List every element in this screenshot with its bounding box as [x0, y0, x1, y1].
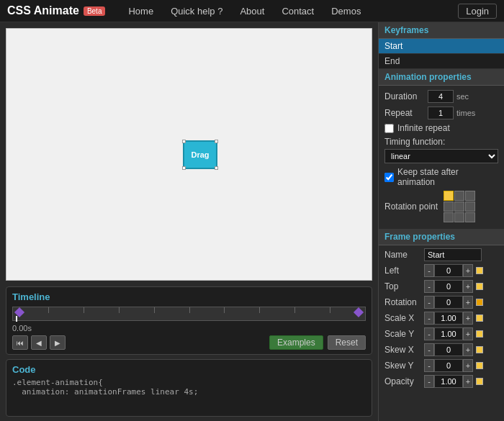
frame-prop-scaley: Scale Y - + — [384, 327, 498, 340]
keyframe-end[interactable]: End — [379, 54, 504, 69]
scaley-input[interactable] — [434, 327, 463, 340]
rotation-plus[interactable]: + — [463, 296, 473, 309]
handle-tr[interactable] — [215, 140, 218, 143]
timeline-title: Timeline — [12, 291, 366, 302]
rotation-cell-7[interactable] — [444, 212, 454, 222]
rotation-cell-4[interactable] — [444, 202, 454, 212]
logo: CSS Animate — [7, 4, 79, 17]
timeline-diamond-end[interactable] — [354, 307, 364, 317]
repeat-input[interactable] — [428, 107, 454, 119]
frame-prop-scalex: Scale X - + — [384, 312, 498, 325]
handle-br[interactable] — [215, 166, 218, 170]
drag-element[interactable]: Drag — [183, 140, 217, 169]
handle-bl[interactable] — [182, 166, 186, 170]
duration-row: Duration sec — [384, 90, 498, 103]
left-minus[interactable]: - — [424, 264, 434, 277]
keep-state-row: Keep state after animation — [384, 167, 498, 187]
left-plus[interactable]: + — [463, 264, 473, 277]
rotation-cell-8[interactable] — [454, 212, 464, 222]
keyframes-list: Start End — [379, 39, 504, 69]
nav-demos[interactable]: Demos — [323, 0, 369, 22]
scaley-minus[interactable]: - — [424, 327, 434, 340]
rotation-cell-9[interactable] — [465, 212, 475, 222]
nav-about[interactable]: About — [231, 0, 273, 22]
handle-tl[interactable] — [182, 140, 186, 143]
frame-props-header: Frame properties — [379, 229, 504, 245]
skewy-input[interactable] — [434, 359, 463, 372]
infinite-label: Infinite repeat — [397, 123, 450, 133]
skewx-input[interactable] — [434, 343, 463, 356]
keyframes-header: Keyframes — [379, 22, 504, 39]
examples-button[interactable]: Examples — [269, 335, 323, 350]
timing-select[interactable]: linear ease ease-in ease-out ease-in-out — [384, 149, 498, 163]
tick-3 — [119, 307, 120, 313]
skewx-plus[interactable]: + — [463, 343, 473, 356]
scalex-minus[interactable]: - — [424, 312, 434, 325]
frame-name-input[interactable] — [424, 248, 482, 261]
code-content: .element-animation{ animation: animation… — [12, 378, 366, 397]
frame-left-label: Left — [384, 266, 424, 276]
frame-props-section: Name Left - + Top - + Rotation — [379, 245, 504, 394]
duration-input[interactable] — [428, 90, 454, 103]
timeline-playhead[interactable] — [16, 316, 17, 322]
left-input[interactable] — [434, 264, 463, 277]
frame-prop-opacity: Opacity - + — [384, 375, 498, 388]
left-panel: Drag Timeline 0.00s — [0, 22, 378, 421]
rewind-button[interactable]: ⏮ — [12, 335, 28, 350]
play-button[interactable]: ▶ — [50, 335, 66, 350]
opacity-input[interactable] — [434, 375, 463, 388]
skewy-plus[interactable]: + — [463, 359, 473, 372]
frame-prop-left: Left - + — [384, 264, 498, 277]
rotation-cell-1[interactable] — [444, 191, 454, 201]
opacity-minus[interactable]: - — [424, 375, 434, 388]
rotation-color — [476, 299, 483, 306]
scaley-plus[interactable]: + — [463, 327, 473, 340]
repeat-row: Repeat times — [384, 107, 498, 119]
keep-state-checkbox[interactable] — [384, 173, 394, 182]
top-color — [476, 283, 483, 290]
infinite-checkbox[interactable] — [384, 124, 394, 133]
frame-prop-skewy: Skew Y - + — [384, 359, 498, 372]
skewy-minus[interactable]: - — [424, 359, 434, 372]
beta-badge: Beta — [84, 6, 106, 16]
tick-5 — [189, 307, 190, 313]
timeline-bar[interactable] — [12, 307, 366, 321]
frame-scaley-label: Scale Y — [384, 329, 424, 339]
playback-buttons: ⏮ ◀ ▶ — [12, 335, 66, 350]
top-input[interactable] — [434, 280, 463, 293]
top-minus[interactable]: - — [424, 280, 434, 293]
nav-quickhelp[interactable]: Quick help ? — [162, 0, 231, 22]
frame-skewy-label: Skew Y — [384, 361, 424, 371]
rotation-cell-3[interactable] — [465, 191, 475, 201]
tick-9 — [330, 307, 330, 313]
scalex-plus[interactable]: + — [463, 312, 473, 325]
top-plus[interactable]: + — [463, 280, 473, 293]
frame-prop-top: Top - + — [384, 280, 498, 293]
timeline-controls: ⏮ ◀ ▶ Examples Reset — [12, 335, 366, 350]
opacity-plus[interactable]: + — [463, 375, 473, 388]
frame-prop-skewx: Skew X - + — [384, 343, 498, 356]
nav-contact[interactable]: Contact — [273, 0, 323, 22]
rotation-grid — [444, 191, 475, 222]
rotation-cell-6[interactable] — [465, 202, 475, 212]
keyframe-start[interactable]: Start — [379, 39, 504, 54]
skewx-minus[interactable]: - — [424, 343, 434, 356]
login-button[interactable]: Login — [458, 4, 497, 19]
scalex-input[interactable] — [434, 312, 463, 325]
rotation-minus[interactable]: - — [424, 296, 434, 309]
prev-button[interactable]: ◀ — [31, 335, 47, 350]
reset-button[interactable]: Reset — [328, 335, 366, 350]
rotation-cell-5[interactable] — [454, 202, 464, 212]
tick-2 — [84, 307, 84, 313]
tick-6 — [224, 307, 225, 313]
frame-prop-rotation: Rotation - + — [384, 296, 498, 309]
drag-label: Drag — [191, 150, 209, 159]
rotation-input[interactable] — [434, 296, 463, 309]
timeline-panel: Timeline 0.00s ⏮ ◀ — [6, 286, 372, 355]
rotation-label-row: Rotation point — [384, 191, 498, 222]
rotation-cell-2[interactable] — [454, 191, 464, 201]
canvas-area[interactable]: Drag — [6, 28, 372, 281]
infinite-row: Infinite repeat — [384, 123, 498, 133]
nav-home[interactable]: Home — [120, 0, 162, 22]
anim-props-header: Animation properties — [379, 69, 504, 86]
